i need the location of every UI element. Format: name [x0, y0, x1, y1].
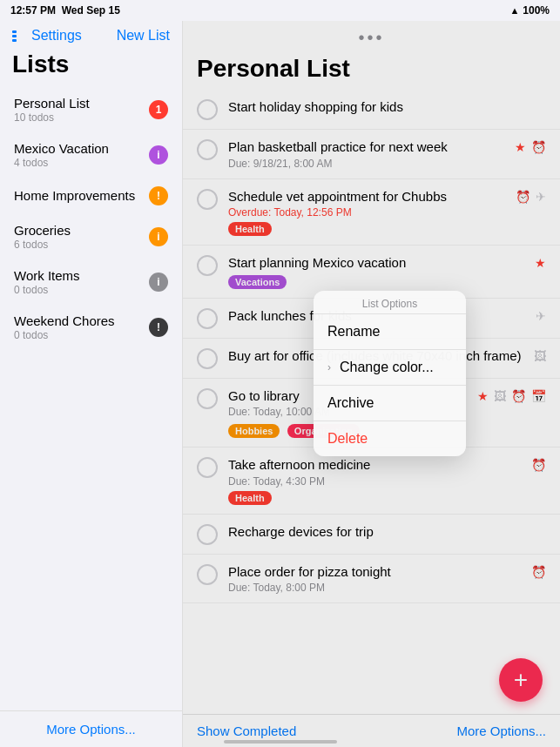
svg-rect-0 [12, 30, 17, 33]
sidebar-list: Personal List 10 todos 1 Mexico Vacation… [0, 87, 182, 710]
app-container: Settings New List Lists Personal List 10… [0, 21, 560, 747]
chevron-right-icon: › [327, 361, 331, 374]
list-badge-home: ! [149, 186, 168, 205]
context-menu: List Options Rename › Change color... Ar… [314, 291, 466, 456]
context-menu-change-color[interactable]: › Change color... [314, 349, 466, 385]
wifi-icon: ▲ [509, 5, 519, 16]
settings-button[interactable]: Settings [12, 28, 82, 44]
sidebar: Settings New List Lists Personal List 10… [0, 21, 183, 747]
main-content: ••• Personal List Start holiday shopping… [183, 21, 560, 747]
sidebar-icon [12, 30, 28, 42]
svg-rect-2 [12, 39, 17, 42]
sidebar-item-groceries[interactable]: Groceries 6 todos i [7, 214, 175, 259]
status-bar: 12:57 PM Wed Sep 15 ▲ 100% [0, 0, 560, 21]
context-menu-archive[interactable]: Archive [314, 385, 466, 421]
new-list-button[interactable]: New List [117, 28, 170, 44]
sidebar-item-personal-list[interactable]: Personal List 10 todos 1 [7, 87, 175, 132]
list-badge-mexico: i [149, 145, 168, 165]
context-menu-delete[interactable]: Delete [314, 421, 466, 456]
context-menu-overlay[interactable]: List Options Rename › Change color... Ar… [183, 21, 560, 747]
battery-indicator: 100% [523, 4, 550, 17]
sidebar-item-mexico-vacation[interactable]: Mexico Vacation 4 todos i [7, 132, 175, 178]
sidebar-item-work-items[interactable]: Work Items 0 todos i [7, 259, 175, 305]
list-badge-work: i [149, 273, 168, 292]
list-badge-groceries: i [149, 227, 168, 246]
context-menu-title: List Options [314, 291, 466, 313]
context-menu-rename[interactable]: Rename [314, 313, 466, 349]
status-time: 12:57 PM Wed Sep 15 [10, 4, 120, 17]
list-badge-personal: 1 [149, 100, 168, 119]
sidebar-header: Settings New List [0, 21, 182, 47]
sidebar-more-options-button[interactable]: More Options... [12, 722, 170, 737]
list-badge-weekend: ! [149, 318, 168, 337]
sidebar-item-weekend-chores[interactable]: Weekend Chores 0 todos ! [7, 305, 175, 350]
status-right: ▲ 100% [509, 4, 550, 17]
sidebar-footer: More Options... [0, 710, 182, 747]
sidebar-item-home-improvements[interactable]: Home Improvements ! [7, 178, 175, 214]
sidebar-title: Lists [0, 47, 182, 87]
svg-rect-1 [12, 35, 17, 37]
